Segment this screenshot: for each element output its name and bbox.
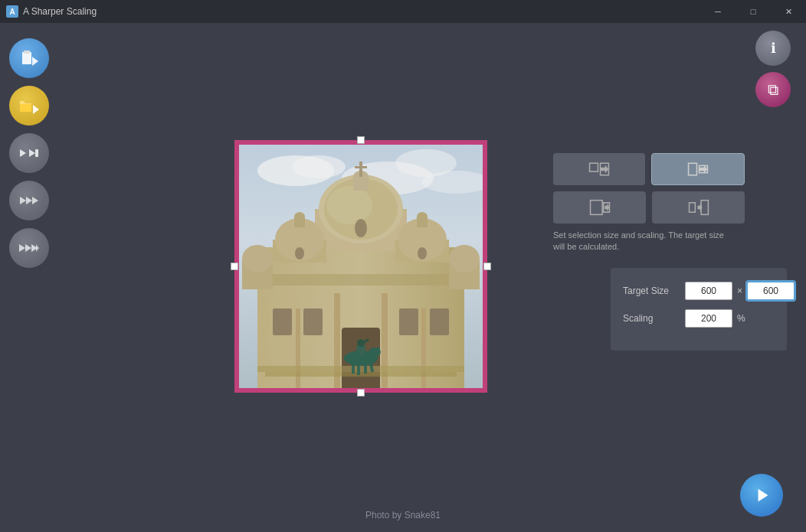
- svg-marker-10: [19, 244, 25, 252]
- app-icon: A: [6, 5, 18, 18]
- step1-button[interactable]: [9, 133, 49, 173]
- target-size-row: Target Size ×: [623, 282, 775, 300]
- svg-marker-80: [758, 489, 768, 502]
- svg-marker-9: [32, 197, 38, 204]
- scale-mode-row-1: [553, 153, 745, 185]
- photo-credit: Photo by Snake81: [365, 510, 441, 521]
- window-title: A Sharper Scaling: [23, 6, 97, 17]
- play-button[interactable]: [740, 474, 783, 517]
- svg-marker-69: [601, 165, 609, 174]
- scale-mode-3[interactable]: [553, 191, 646, 224]
- svg-rect-68: [590, 163, 598, 171]
- open-folder-icon: [18, 95, 41, 116]
- mode1-icon: [588, 158, 610, 180]
- handle-left-center[interactable]: [231, 263, 238, 270]
- top-right-buttons: ℹ ⧉: [755, 31, 791, 107]
- info-icon: ℹ: [771, 40, 776, 57]
- building-illustration: [234, 140, 487, 393]
- mode4-icon: [688, 197, 709, 218]
- svg-rect-1: [24, 51, 30, 54]
- scaling-row: Scaling %: [623, 309, 775, 328]
- image-area: [69, 46, 653, 486]
- percent-symbol: %: [737, 313, 745, 324]
- svg-marker-4: [20, 149, 26, 157]
- svg-marker-11: [25, 244, 31, 252]
- step3-icon: [18, 240, 41, 256]
- image-container[interactable]: [234, 140, 487, 393]
- titlebar: A A Sharper Scaling ─ □ ✕: [0, 0, 806, 23]
- layers-button[interactable]: ⧉: [755, 72, 791, 107]
- target-size-label: Target Size: [623, 286, 680, 296]
- handle-top-center[interactable]: [357, 136, 365, 144]
- mode3-icon: [589, 197, 611, 218]
- scale-mode-panel: Set selection size and scaling. The targ…: [553, 153, 745, 253]
- handle-bottom-center[interactable]: [357, 389, 365, 397]
- width-input[interactable]: [685, 282, 732, 300]
- scale-mode-2[interactable]: [651, 153, 745, 185]
- open-button[interactable]: [9, 86, 49, 126]
- scaling-input[interactable]: [685, 309, 732, 328]
- mode-hint-text: Set selection size and scaling. The targ…: [553, 230, 737, 253]
- close-button[interactable]: ✕: [771, 0, 806, 23]
- svg-marker-2: [32, 57, 38, 66]
- svg-rect-74: [590, 201, 602, 215]
- paste-button[interactable]: [9, 38, 49, 78]
- step2-button[interactable]: [9, 181, 49, 220]
- paste-icon: [18, 47, 40, 69]
- svg-marker-72: [700, 165, 708, 174]
- svg-marker-13: [36, 244, 39, 252]
- svg-rect-0: [22, 52, 31, 64]
- maximize-button[interactable]: □: [736, 0, 771, 23]
- mode2-icon: [687, 158, 709, 180]
- minimize-button[interactable]: ─: [700, 0, 736, 23]
- svg-marker-5: [29, 149, 35, 157]
- info-button[interactable]: ℹ: [755, 31, 791, 66]
- svg-marker-8: [26, 197, 32, 204]
- layers-icon: ⧉: [768, 81, 778, 99]
- window-controls: ─ □ ✕: [700, 0, 806, 23]
- scale-mode-4[interactable]: [652, 191, 745, 224]
- step1-icon: [18, 145, 40, 162]
- height-input[interactable]: [747, 282, 795, 300]
- source-image: [234, 140, 487, 393]
- svg-marker-75: [604, 204, 609, 212]
- svg-rect-71: [689, 163, 697, 175]
- play-icon: [755, 487, 772, 504]
- scale-mode-1[interactable]: [553, 153, 645, 185]
- svg-rect-67: [234, 140, 487, 393]
- step3-button[interactable]: [9, 228, 49, 268]
- left-sidebar: [9, 38, 49, 268]
- size-panel: Target Size × Scaling %: [611, 268, 787, 351]
- handle-right-center[interactable]: [483, 263, 491, 270]
- scale-mode-row-2: [553, 191, 745, 224]
- x-separator: ×: [737, 286, 742, 296]
- scaling-label: Scaling: [623, 313, 680, 324]
- svg-marker-7: [20, 197, 26, 204]
- svg-marker-3: [33, 105, 39, 114]
- svg-rect-6: [35, 149, 38, 157]
- main-content: ℹ ⧉: [0, 23, 806, 532]
- step2-icon: [18, 192, 40, 209]
- svg-rect-77: [689, 203, 695, 212]
